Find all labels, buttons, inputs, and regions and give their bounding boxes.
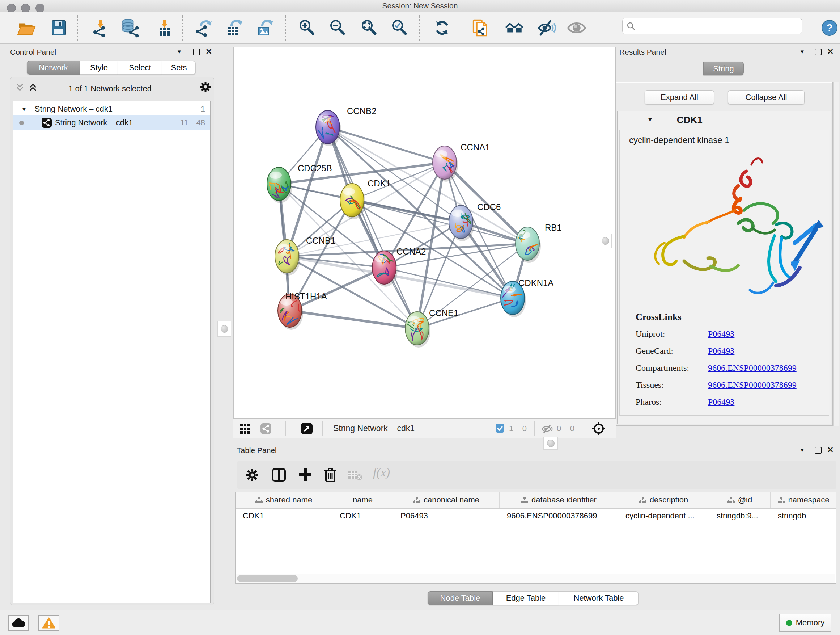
- table-hscrollbar-thumb[interactable]: [237, 575, 298, 582]
- results-scrollbar[interactable]: [834, 82, 839, 426]
- navigator-crosshair-icon[interactable]: [592, 421, 606, 437]
- tab-edge-table[interactable]: Edge Table: [493, 591, 559, 605]
- crosslink-row: Compartments:9606.ENSP00000378699: [636, 363, 829, 373]
- table-cell[interactable]: CDK1: [235, 509, 332, 523]
- network-collection-row[interactable]: ▼ String Network – cdk1 1: [13, 103, 210, 116]
- expand-all-button[interactable]: Expand All: [645, 90, 714, 105]
- crosslink-link[interactable]: 9606.ENSP00000378699: [708, 363, 797, 373]
- show-hide-graphics-button[interactable]: [535, 17, 557, 39]
- grid-view-icon[interactable]: [240, 424, 251, 436]
- table-cell[interactable]: CDK1: [332, 509, 393, 523]
- column-header-shared-name[interactable]: shared name: [235, 492, 332, 508]
- edge-CCNB2-CCNE1[interactable]: [328, 127, 417, 328]
- function-builder-icon[interactable]: f(x): [373, 466, 390, 479]
- zoom-selected-button[interactable]: [388, 17, 410, 39]
- delete-table-icon[interactable]: [347, 470, 362, 482]
- string-import-button[interactable]: [470, 17, 492, 39]
- edge-CCNA2-HIST1H1A[interactable]: [290, 268, 384, 310]
- cdk1-section-header[interactable]: ▼ CDK1: [617, 111, 831, 129]
- right-splitter-handle[interactable]: [599, 233, 612, 248]
- node-CCNE1[interactable]: [405, 312, 431, 348]
- import-table-icon: [155, 19, 174, 37]
- tab-node-table[interactable]: Node Table: [428, 591, 493, 605]
- open-session-button[interactable]: [16, 17, 37, 39]
- collapse-all-button[interactable]: Collapse All: [728, 90, 805, 105]
- section-expander-icon[interactable]: ▼: [647, 117, 653, 123]
- tab-select[interactable]: Select: [118, 61, 162, 74]
- table-hscrollbar[interactable]: [236, 574, 835, 583]
- import-network-database-button[interactable]: [119, 17, 141, 39]
- add-column-icon[interactable]: [298, 467, 313, 484]
- float-panel-icon[interactable]: [193, 49, 200, 55]
- column-header-namespace[interactable]: namespace: [771, 492, 836, 508]
- crosslink-link[interactable]: 9606.ENSP00000378699: [708, 380, 797, 390]
- table-cell[interactable]: stringdb: [771, 509, 836, 523]
- close-panel-icon[interactable]: ✕: [827, 445, 834, 455]
- edge-CCNA2-CDKN1A[interactable]: [384, 268, 513, 298]
- save-session-button[interactable]: [48, 17, 69, 39]
- crosslink-link[interactable]: P06493: [708, 346, 734, 356]
- column-header-canonical-name[interactable]: canonical name: [393, 492, 500, 508]
- edge-CCNB2-CCNA1[interactable]: [328, 127, 445, 163]
- edge-HIST1H1A-CCNE1[interactable]: [290, 310, 417, 328]
- node-CCNA2[interactable]: [372, 251, 398, 287]
- collection-expander-icon[interactable]: ▼: [21, 106, 27, 112]
- collapse-panel-icon[interactable]: ▼: [177, 49, 182, 55]
- string-style-icon[interactable]: [260, 423, 272, 436]
- close-panel-icon[interactable]: ✕: [205, 47, 212, 57]
- import-network-file-button[interactable]: [89, 17, 111, 39]
- zoom-in-button[interactable]: [296, 17, 317, 39]
- column-header-description[interactable]: description: [618, 492, 709, 508]
- node-CCNB2[interactable]: [316, 111, 341, 146]
- tab-sets[interactable]: Sets: [162, 61, 196, 74]
- table-cell[interactable]: 9606.ENSP00000378699: [500, 509, 618, 523]
- delete-column-icon[interactable]: [323, 467, 338, 484]
- memory-button[interactable]: Memory: [779, 614, 831, 632]
- zoom-fit-button[interactable]: [358, 17, 380, 39]
- left-splitter-handle[interactable]: [218, 321, 231, 337]
- node-CCNB1[interactable]: [274, 240, 300, 276]
- network-options-gear-icon[interactable]: [199, 80, 212, 95]
- home-button[interactable]: [504, 17, 525, 39]
- tab-string[interactable]: String: [703, 62, 744, 75]
- search-input[interactable]: [622, 18, 802, 35]
- table-cell[interactable]: cyclin-dependent ...: [618, 509, 709, 523]
- column-header-name[interactable]: name: [332, 492, 393, 508]
- close-panel-icon[interactable]: ✕: [827, 47, 834, 57]
- collapse-panel-icon[interactable]: ▼: [799, 49, 805, 55]
- title-bar: Session: New Session: [0, 0, 840, 12]
- crosslink-link[interactable]: P06493: [708, 329, 734, 339]
- tab-network[interactable]: Network: [27, 61, 80, 74]
- import-table-button[interactable]: [153, 17, 175, 39]
- tab-style[interactable]: Style: [80, 61, 118, 74]
- float-panel-icon[interactable]: [815, 49, 821, 55]
- export-table-button[interactable]: [224, 17, 245, 39]
- cloud-button[interactable]: [8, 615, 29, 631]
- zoom-out-button[interactable]: [327, 17, 348, 39]
- warnings-button[interactable]: [38, 615, 59, 631]
- tab-network-table[interactable]: Network Table: [559, 591, 638, 605]
- crosslink-link[interactable]: P06493: [708, 397, 734, 407]
- column-header-@id[interactable]: @id: [709, 492, 771, 508]
- table-cell[interactable]: stringdb:9...: [709, 509, 771, 523]
- table-cell[interactable]: P06493: [393, 509, 500, 523]
- export-image-button[interactable]: [254, 17, 276, 39]
- float-panel-icon[interactable]: [815, 447, 821, 454]
- help-button[interactable]: ?: [819, 17, 840, 39]
- column-header-database-identifier[interactable]: database identifier: [500, 492, 618, 508]
- update-button[interactable]: [431, 17, 453, 39]
- network-graph[interactable]: CCNB2CCNA1CDC25BCDK1CDC6RB1CCNB1CCNA2CDK…: [234, 48, 615, 418]
- network-view-canvas[interactable]: CCNB2CCNA1CDC25BCDK1CDC6RB1CCNB1CCNA2CDK…: [233, 47, 616, 418]
- selected-checkbox-icon[interactable]: [495, 424, 505, 434]
- crosslink-label: Pharos:: [636, 397, 708, 407]
- export-image-icon: [256, 19, 275, 37]
- birdseye-view-icon[interactable]: [301, 423, 313, 436]
- table-settings-gear-icon[interactable]: [245, 468, 259, 484]
- node-RB1[interactable]: [515, 227, 541, 263]
- show-graphics-button[interactable]: [566, 17, 587, 39]
- collapse-panel-icon[interactable]: ▼: [799, 447, 805, 453]
- hidden-eye-slash-icon[interactable]: [541, 424, 554, 435]
- export-network-button[interactable]: [193, 17, 215, 39]
- show-columns-icon[interactable]: [272, 468, 286, 484]
- network-row[interactable]: String Network – cdk1 11 48: [13, 116, 210, 130]
